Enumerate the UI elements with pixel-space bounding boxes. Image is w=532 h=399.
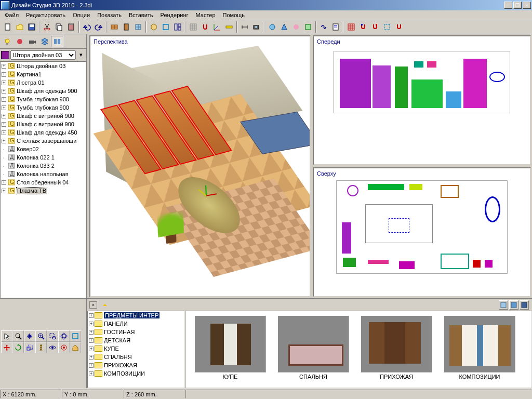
open-icon[interactable]	[14, 21, 25, 33]
menu-insert[interactable]: Вставить	[125, 11, 157, 19]
fullscreen-icon[interactable]	[70, 330, 81, 342]
save-icon[interactable]	[26, 21, 37, 33]
target-icon[interactable]	[58, 342, 70, 353]
scene-tree-item[interactable]: +GЛюстра 01	[1, 78, 86, 87]
scene-tree-item[interactable]: +GШкаф для одежды 900	[1, 87, 86, 95]
menu-show[interactable]: Показать	[94, 11, 125, 19]
menu-edit[interactable]: Редактировать	[22, 11, 69, 19]
catalog-tree-item[interactable]: +ПРИХОЖАЯ	[88, 361, 184, 369]
menu-file[interactable]: Файл	[1, 11, 22, 19]
viewport-front-canvas[interactable]	[314, 46, 530, 164]
gallery-item[interactable]: КУПЕ	[194, 315, 267, 383]
catalog-tree[interactable]: +ПРЕДМЕТЫ ИНТЕР+ПАНЕЛИ+ГОСТИНАЯ+ДЕТСКАЯ+…	[87, 311, 185, 388]
new-icon[interactable]	[2, 21, 14, 33]
magnet-n-icon[interactable]	[357, 21, 369, 33]
scene-tree-item[interactable]: +GПлазма ТВ	[1, 187, 86, 195]
menu-help[interactable]: Помощь	[219, 11, 249, 19]
view-thumb-large-icon[interactable]	[520, 300, 529, 310]
scene-tree[interactable]: +GШтора двойная 03+GКартина1+GЛюстра 01+…	[0, 61, 86, 298]
magnet-s-icon[interactable]	[369, 21, 381, 33]
scene-tree-item[interactable]: +GКартина1	[1, 70, 86, 78]
gallery-item[interactable]: ПРИХОЖАЯ	[360, 315, 433, 383]
viewport-top[interactable]: Сверху	[313, 167, 531, 297]
menu-options[interactable]: Опции	[69, 11, 94, 19]
sphere-tool-icon[interactable]	[290, 21, 302, 33]
move-icon[interactable]	[1, 342, 12, 353]
catalog-tree-item[interactable]: +СПАЛЬНЯ	[88, 353, 184, 361]
orbit-icon[interactable]	[58, 330, 70, 342]
scene-tree-item[interactable]: +GШкаф с витриной 900	[1, 112, 86, 120]
scene-tree-item[interactable]: +GШтора двойная 03	[1, 62, 86, 70]
lib-grid-icon[interactable]	[345, 21, 357, 33]
view-thumb-small-icon[interactable]	[499, 300, 508, 310]
color-swatch[interactable]	[1, 51, 9, 59]
zoom-ext-icon[interactable]	[12, 330, 24, 342]
menu-master[interactable]: Мастер	[192, 11, 219, 19]
link-icon[interactable]	[318, 21, 329, 33]
view-layout-icon[interactable]	[172, 21, 183, 33]
scene-tree-item[interactable]: ·ДКолонка напольная	[1, 170, 86, 178]
walk-icon[interactable]	[35, 342, 47, 353]
redo-icon[interactable]	[93, 21, 104, 33]
catalog-tree-item[interactable]: +КУПЕ	[88, 344, 184, 353]
cone-icon[interactable]	[278, 21, 290, 33]
paste-icon[interactable]	[65, 21, 77, 33]
scene-tree-item[interactable]: +GТумба глубокая 900	[1, 95, 86, 103]
props-icon[interactable]	[330, 21, 341, 33]
render-icon[interactable]	[267, 21, 278, 33]
door-icon[interactable]	[121, 21, 132, 33]
materials-icon[interactable]	[14, 36, 26, 47]
copy-icon[interactable]	[54, 21, 65, 33]
viewport-perspective[interactable]: Перспектива	[89, 35, 311, 297]
look-icon[interactable]	[47, 342, 58, 353]
scene-tree-item[interactable]: +GСтеллаж завершающи	[1, 137, 86, 145]
catalog-tree-item[interactable]: +КОМПОЗИЦИИ	[88, 369, 184, 378]
snap-icon[interactable]	[200, 21, 211, 33]
pan-icon[interactable]	[24, 330, 35, 342]
pointer-icon[interactable]	[1, 330, 12, 342]
camera-icon[interactable]	[251, 21, 262, 33]
restore-button[interactable]: ❐	[513, 2, 522, 9]
scene-tree-item[interactable]: ·ДКолонка 022 1	[1, 153, 86, 162]
dimension-icon[interactable]	[239, 21, 250, 33]
object-dropdown[interactable]: Штора двойная 03	[10, 50, 76, 60]
zoom-icon[interactable]	[35, 330, 47, 342]
grid-icon[interactable]	[188, 21, 199, 33]
rotate-icon[interactable]	[12, 342, 24, 353]
scene-tree-item[interactable]: +GШкаф для одежды 450	[1, 128, 86, 137]
scene-tree-item[interactable]: +GШкаф с витриной 900	[1, 120, 86, 128]
box-tool-icon[interactable]	[302, 21, 314, 33]
wall-icon[interactable]	[109, 21, 120, 33]
scene-tree-item[interactable]: ·ДКовер02	[1, 145, 86, 153]
scene-tree-item[interactable]: ·ДКолонка 033 2	[1, 162, 86, 170]
minimize-button[interactable]: _	[504, 2, 512, 9]
axis-icon[interactable]	[211, 21, 223, 33]
scene-tree-item[interactable]: +GТумба глубокая 900	[1, 103, 86, 112]
catalog-tree-item[interactable]: +ГОСТИНАЯ	[88, 328, 184, 336]
scene-tree-item[interactable]: +GСтол обеденный 04	[1, 178, 86, 187]
magnet-icon[interactable]	[393, 21, 405, 33]
camera-tab-icon[interactable]	[26, 36, 38, 47]
measure-icon[interactable]	[223, 21, 235, 33]
window-icon[interactable]	[132, 21, 144, 33]
catalog-tree-item[interactable]: +ПРЕДМЕТЫ ИНТЕР	[88, 311, 184, 320]
catalog-close-icon[interactable]: ×	[89, 301, 97, 309]
view-top-icon[interactable]	[160, 21, 171, 33]
select-area-icon[interactable]	[381, 21, 393, 33]
gallery-item[interactable]: КОМПОЗИЦИИ	[443, 315, 516, 383]
viewport-front[interactable]: Спереди	[313, 35, 531, 165]
viewport-perspective-canvas[interactable]	[90, 46, 310, 296]
catalog-tree-item[interactable]: +ПАНЕЛИ	[88, 320, 184, 328]
scale-icon[interactable]	[24, 342, 35, 353]
catalog-up-icon[interactable]	[99, 299, 111, 311]
catalog-tree-item[interactable]: +ДЕТСКАЯ	[88, 336, 184, 344]
viewport-top-canvas[interactable]	[314, 178, 530, 296]
menu-rendering[interactable]: Рендеринг	[157, 11, 192, 19]
layers-icon[interactable]	[38, 36, 51, 47]
view-thumb-med-icon[interactable]	[509, 300, 518, 310]
gallery-item[interactable]: СПАЛЬНЯ	[277, 315, 350, 383]
catalog-gallery[interactable]: КУПЕ СПАЛЬНЯ ПРИХОЖАЯ КОМПОЗИЦИИ	[185, 311, 532, 388]
zoom-win-icon[interactable]	[47, 330, 58, 342]
objects-icon[interactable]	[51, 36, 63, 47]
dropdown-extra-icon[interactable]: ▾	[77, 51, 85, 59]
